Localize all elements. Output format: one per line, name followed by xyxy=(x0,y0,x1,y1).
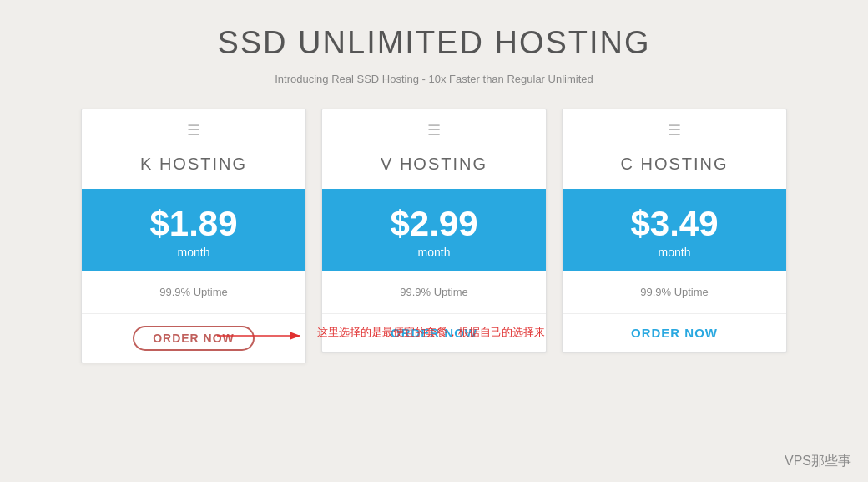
c-hosting-order-button[interactable]: ORDER NOW xyxy=(563,314,786,352)
c-hosting-title: C HOSTING xyxy=(620,146,728,189)
annotation-text: 这里选择的是最便宜的套餐，根据自己的选择来 xyxy=(317,326,545,338)
watermark: VPS那些事 xyxy=(785,453,851,470)
v-hosting-title: V HOSTING xyxy=(381,146,487,189)
menu-icon-v: ☰ xyxy=(427,109,441,146)
c-hosting-period: month xyxy=(563,246,786,259)
annotation-container: 这里选择的是最便宜的套餐，根据自己的选择来 xyxy=(317,324,545,340)
k-hosting-period: month xyxy=(82,246,305,259)
page-subtitle: Introducing Real SSD Hosting - 10x Faste… xyxy=(275,73,593,85)
v-hosting-uptime: 99.9% Uptime xyxy=(322,271,546,314)
k-hosting-price-box: $1.89 month xyxy=(82,189,305,271)
annotation-arrow xyxy=(209,319,309,353)
v-hosting-price-box: $2.99 month xyxy=(322,189,546,271)
k-hosting-price: $1.89 xyxy=(82,204,305,244)
k-hosting-title: K HOSTING xyxy=(140,146,247,189)
v-hosting-card: ☰ V HOSTING $2.99 month 99.9% Uptime ORD… xyxy=(321,109,547,353)
c-hosting-price-box: $3.49 month xyxy=(563,189,786,271)
menu-icon-c: ☰ xyxy=(668,109,681,146)
k-hosting-uptime: 99.9% Uptime xyxy=(82,271,305,314)
c-hosting-price: $3.49 xyxy=(563,204,786,244)
c-hosting-uptime: 99.9% Uptime xyxy=(563,271,786,314)
v-hosting-price: $2.99 xyxy=(322,204,546,244)
page-title: SSD UNLIMITED HOSTING xyxy=(217,25,650,61)
c-hosting-card: ☰ C HOSTING $3.49 month 99.9% Uptime ORD… xyxy=(562,109,787,353)
c-hosting-order-label: ORDER NOW xyxy=(631,326,718,340)
v-hosting-period: month xyxy=(322,246,546,259)
menu-icon: ☰ xyxy=(187,109,200,146)
